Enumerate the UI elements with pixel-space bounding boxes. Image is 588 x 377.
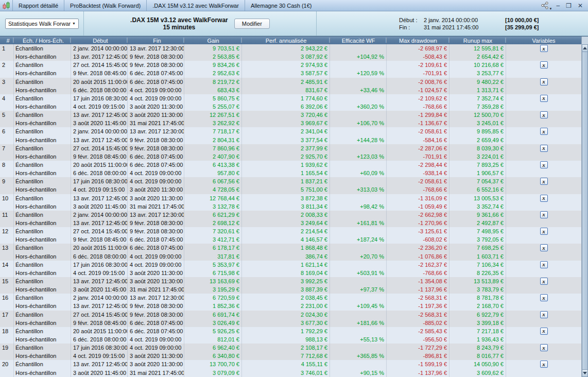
variables-icon[interactable]: x — [540, 128, 548, 135]
modify-button[interactable]: Modifier — [234, 19, 270, 29]
variables-icon[interactable]: x — [540, 361, 548, 368]
table-row[interactable]: Hors-échantillon 4 oct. 2019 09:15:00 3 … — [0, 102, 581, 111]
stats-type-dropdown[interactable]: Statistiques Walk Forward ▼ — [5, 19, 79, 29]
table-row[interactable]: Hors-échantillon 3 août 2020 11:45:00 31… — [0, 202, 581, 211]
max-drawdown-value: -1 299,84 € — [387, 111, 449, 119]
table-row[interactable]: 18 Échantillon 20 août 2015 11:00:00 6 d… — [0, 327, 581, 335]
table-row[interactable]: 12 Échantillon 27 oct. 2014 15:45:00 9 f… — [0, 227, 581, 235]
column-header-sample[interactable]: Éch. / Hors-Éch. — [14, 37, 71, 45]
variables-icon[interactable]: x — [540, 278, 548, 285]
table-row[interactable]: 20 Échantillon 13 avr. 2017 12:45:00 3 a… — [0, 360, 581, 368]
table-row[interactable]: Hors-échantillon 3 août 2020 11:45:00 31… — [0, 285, 581, 294]
variables-icon[interactable]: x — [540, 178, 548, 185]
scrollbar-thumb[interactable] — [582, 52, 588, 369]
table-row[interactable]: Hors-échantillon 6 déc. 2018 08:00:00 4 … — [0, 169, 581, 177]
table-row[interactable]: Hors-échantillon 6 déc. 2018 08:00:00 4 … — [0, 252, 581, 261]
minimize-button[interactable]: – — [556, 3, 560, 9]
variables-icon[interactable]: x — [540, 261, 548, 268]
table-row[interactable]: 5 Échantillon 13 avr. 2017 12:45:00 3 ao… — [0, 111, 581, 119]
column-header-fin[interactable]: Fin — [128, 37, 184, 45]
column-header-maxdrawdown[interactable]: Max drawdown — [387, 37, 449, 45]
variables-icon[interactable]: x — [540, 311, 548, 318]
column-header-debut[interactable]: Début — [71, 37, 128, 45]
sample-type: Échantillon — [14, 261, 71, 269]
table-row[interactable]: Hors-échantillon 13 avr. 2017 12:45:00 9… — [0, 136, 581, 144]
variables-icon[interactable]: x — [540, 228, 548, 235]
gain-value: 6 691,74 € — [184, 311, 242, 319]
variables-icon[interactable]: x — [540, 45, 548, 52]
start-date: 27 oct. 2014 15:45:00 — [71, 144, 128, 152]
column-header-variables[interactable]: Variables — [506, 37, 581, 45]
variables-icon[interactable]: x — [540, 78, 548, 85]
table-row[interactable]: 3 Échantillon 20 août 2015 11:00:00 6 dé… — [0, 78, 581, 86]
table-row[interactable]: 17 Échantillon 27 oct. 2014 15:45:00 9 f… — [0, 311, 581, 319]
table-row[interactable]: 19 Échantillon 17 juin 2016 08:30:00 4 o… — [0, 344, 581, 352]
share-button[interactable]: ▼ — [541, 2, 550, 10]
maximize-button[interactable]: ❒ — [566, 3, 572, 9]
column-header-gain[interactable]: Gain — [184, 37, 242, 45]
variables-icon[interactable]: x — [540, 244, 548, 251]
table-row[interactable]: Hors-échantillon 3 août 2020 11:45:00 31… — [0, 368, 581, 376]
table-row[interactable]: 6 Échantillon 2 janv. 2014 00:00:00 13 a… — [0, 127, 581, 135]
table-row[interactable]: Hors-échantillon 9 févr. 2018 08:45:00 6… — [0, 69, 581, 77]
variables-icon[interactable]: x — [540, 294, 548, 301]
tab-allemagne-30-cash[interactable]: Allemagne 30 Cash (1€) — [245, 0, 318, 11]
table-row[interactable]: Hors-échantillon 3 août 2020 11:45:00 31… — [0, 119, 581, 127]
table-row[interactable]: 2 Échantillon 27 oct. 2014 15:45:00 9 fé… — [0, 61, 581, 69]
variables-icon[interactable]: x — [540, 95, 548, 102]
table-row[interactable]: Hors-échantillon 9 févr. 2018 08:45:00 6… — [0, 319, 581, 327]
variables-icon[interactable]: x — [540, 61, 548, 68]
table-row[interactable]: Hors-échantillon 9 févr. 2018 08:45:00 6… — [0, 152, 581, 161]
table-row[interactable]: 7 Échantillon 27 oct. 2014 15:45:00 9 fé… — [0, 144, 581, 152]
row-number — [0, 119, 14, 127]
column-header-num[interactable]: # — [0, 37, 14, 45]
table-row[interactable]: 9 Échantillon 17 juin 2016 08:30:00 4 oc… — [0, 177, 581, 185]
toolbar-center-panel: .DAX 15M v3.12 avec WalkForwar 15 minute… — [84, 11, 317, 36]
variables-icon[interactable]: x — [540, 111, 548, 118]
start-date: 9 févr. 2018 08:45:00 — [71, 235, 128, 244]
scroll-up-button[interactable] — [582, 44, 588, 52]
table-row[interactable]: Hors-échantillon 13 avr. 2017 12:45:00 9… — [0, 219, 581, 227]
start-date: 20 août 2015 11:00:00 — [71, 244, 128, 252]
table-row[interactable]: 15 Échantillon 13 avr. 2017 12:45:00 3 a… — [0, 277, 581, 285]
table-row[interactable]: 13 Échantillon 20 août 2015 11:00:00 6 d… — [0, 244, 581, 252]
table-row[interactable]: 1 Échantillon 2 janv. 2014 00:00:00 13 a… — [0, 44, 581, 53]
table-row[interactable]: Hors-échantillon 4 oct. 2019 09:15:00 3 … — [0, 269, 581, 277]
variables-icon[interactable]: x — [540, 161, 548, 168]
column-header-efficacite[interactable]: Efficacité WF — [330, 37, 387, 45]
table-row[interactable]: 11 Échantillon 2 janv. 2014 00:00:00 13 … — [0, 211, 581, 219]
table-row[interactable]: Hors-échantillon 13 avr. 2017 12:45:00 9… — [0, 53, 581, 61]
tab-rapport-detaille[interactable]: Rapport détaillé — [12, 0, 64, 11]
row-number: 16 — [0, 294, 14, 302]
table-row[interactable]: 16 Échantillon 2 janv. 2014 00:00:00 13 … — [0, 294, 581, 302]
row-number: 2 — [0, 61, 14, 69]
table-row[interactable]: Hors-échantillon 6 déc. 2018 08:00:00 4 … — [0, 335, 581, 344]
scroll-down-button[interactable] — [582, 369, 588, 377]
variables-icon[interactable]: x — [540, 211, 548, 218]
table-row[interactable]: 10 Échantillon 13 avr. 2017 12:45:00 3 a… — [0, 194, 581, 202]
table-row[interactable]: Hors-échantillon 9 févr. 2018 08:45:00 6… — [0, 235, 581, 244]
table-row[interactable]: Hors-échantillon 6 déc. 2018 08:00:00 4 … — [0, 86, 581, 94]
tab-dax-15m[interactable]: .DAX 15M v3.12 avec WalkForwar — [146, 0, 245, 11]
column-header-perf[interactable]: Perf. annualisée — [242, 37, 330, 45]
table-row[interactable]: 8 Échantillon 20 août 2015 11:00:00 6 dé… — [0, 161, 581, 169]
variables-icon[interactable]: x — [540, 195, 548, 202]
table-row[interactable]: Hors-échantillon 13 avr. 2017 12:45:00 9… — [0, 302, 581, 310]
column-header-runup[interactable]: Runup max — [449, 37, 506, 45]
wf-efficiency-value — [330, 261, 387, 269]
table-row[interactable]: 14 Échantillon 17 juin 2016 08:30:00 4 o… — [0, 261, 581, 269]
table-row[interactable]: 4 Échantillon 17 juin 2016 08:30:00 4 oc… — [0, 94, 581, 102]
max-drawdown-value: -2 568,31 € — [387, 294, 449, 302]
sample-type: Hors-échantillon — [14, 185, 71, 194]
runup-value: 1 313,71 € — [449, 86, 506, 94]
variables-icon[interactable]: x — [540, 145, 548, 152]
tab-probacktest-walk-forward[interactable]: ProBacktest (Walk Forward) — [64, 0, 146, 11]
table-row[interactable]: Hors-échantillon 4 oct. 2019 09:15:00 3 … — [0, 352, 581, 360]
variables-icon[interactable]: x — [540, 344, 548, 351]
row-number — [0, 235, 14, 244]
close-button[interactable]: ✕ — [578, 3, 583, 9]
vertical-scrollbar[interactable] — [581, 44, 588, 377]
sample-type: Échantillon — [14, 277, 71, 285]
variables-icon[interactable]: x — [540, 328, 548, 335]
table-row[interactable]: Hors-échantillon 4 oct. 2019 09:15:00 3 … — [0, 185, 581, 194]
